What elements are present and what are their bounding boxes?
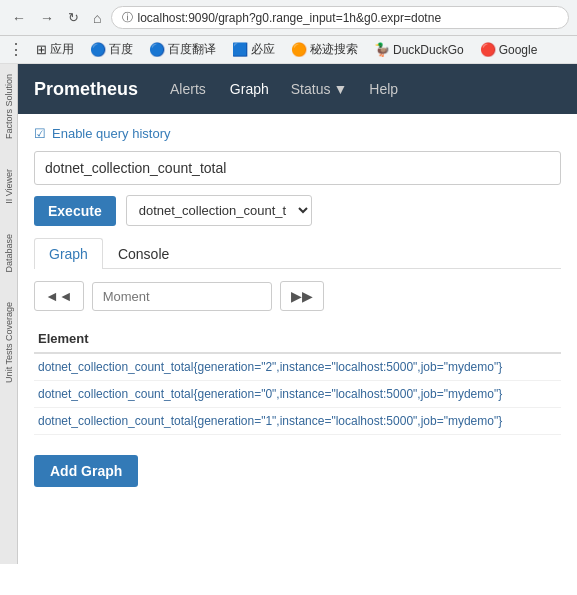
url-text: localhost:9090/graph?g0.range_input=1h&g… xyxy=(137,11,441,25)
left-sidebar: Factors Solution II Viewer Database Unit… xyxy=(0,64,18,564)
metric-select[interactable]: dotnet_collection_count_t xyxy=(126,195,312,226)
result-row-2: dotnet_collection_count_total{generation… xyxy=(34,408,561,435)
bookmark-apps[interactable]: ⊞ 应用 xyxy=(32,39,78,60)
nav-status-dropdown[interactable]: Status ▼ xyxy=(291,81,348,97)
tab-graph[interactable]: Graph xyxy=(34,238,103,269)
bookmark-baidu[interactable]: 🔵 百度 xyxy=(86,39,137,60)
browser-address-bar: ← → ↻ ⌂ ⓘ localhost:9090/graph?g0.range_… xyxy=(0,0,577,36)
bookmark-google[interactable]: 🔴 Google xyxy=(476,40,542,59)
query-history-row: ☑ Enable query history xyxy=(34,126,561,141)
time-back-button[interactable]: ◄◄ xyxy=(34,281,84,311)
time-forward-button[interactable]: ▶▶ xyxy=(280,281,324,311)
dropdown-caret-icon: ▼ xyxy=(333,81,347,97)
bookmark-miji[interactable]: 🟠 秘迹搜索 xyxy=(287,39,362,60)
results-table: Element dotnet_collection_count_total{ge… xyxy=(34,325,561,435)
main-content: Prometheus Alerts Graph Status ▼ Help ☑ … xyxy=(18,64,577,564)
query-input[interactable] xyxy=(34,151,561,185)
time-moment-input[interactable] xyxy=(92,282,272,311)
bookmark-baidu-translate[interactable]: 🔵 百度翻译 xyxy=(145,39,220,60)
execute-row: Execute dotnet_collection_count_t xyxy=(34,195,561,226)
prometheus-brand: Prometheus xyxy=(34,79,138,100)
bookmark-bar: ⋮ ⊞ 应用 🔵 百度 🔵 百度翻译 🟦 必应 🟠 秘迹搜索 🦆 DuckDuc… xyxy=(0,36,577,64)
prometheus-navbar: Prometheus Alerts Graph Status ▼ Help xyxy=(18,64,577,114)
url-address-bar[interactable]: ⓘ localhost:9090/graph?g0.range_input=1h… xyxy=(111,6,569,29)
refresh-button[interactable]: ↻ xyxy=(64,8,83,27)
execute-button[interactable]: Execute xyxy=(34,196,116,226)
query-history-label[interactable]: Enable query history xyxy=(52,126,171,141)
tab-console[interactable]: Console xyxy=(103,238,184,269)
lock-icon: ⓘ xyxy=(122,10,133,25)
tab-bar: Graph Console xyxy=(34,238,561,269)
checkbox-icon[interactable]: ☑ xyxy=(34,126,46,141)
app-body: ☑ Enable query history Execute dotnet_co… xyxy=(18,114,577,499)
sidebar-tab-database[interactable]: Database xyxy=(4,234,14,273)
back-button[interactable]: ← xyxy=(8,8,30,28)
table-row: dotnet_collection_count_total{generation… xyxy=(34,381,561,408)
forward-button[interactable]: → xyxy=(36,8,58,28)
time-nav: ◄◄ ▶▶ xyxy=(34,281,561,311)
page-layout: Factors Solution II Viewer Database Unit… xyxy=(0,64,577,564)
add-graph-button[interactable]: Add Graph xyxy=(34,455,138,487)
nav-alerts[interactable]: Alerts xyxy=(168,77,208,101)
bookmark-bing[interactable]: 🟦 必应 xyxy=(228,39,279,60)
browser-chrome: ← → ↻ ⌂ ⓘ localhost:9090/graph?g0.range_… xyxy=(0,0,577,64)
element-column-header: Element xyxy=(34,325,561,353)
sidebar-tab-unit-tests[interactable]: Unit Tests Coverage xyxy=(4,302,14,383)
result-row-0: dotnet_collection_count_total{generation… xyxy=(34,353,561,381)
apps-icon[interactable]: ⋮ xyxy=(8,40,24,59)
nav-help[interactable]: Help xyxy=(367,77,400,101)
result-row-1: dotnet_collection_count_total{generation… xyxy=(34,381,561,408)
sidebar-tab-viewer[interactable]: II Viewer xyxy=(4,169,14,204)
add-graph-row: Add Graph xyxy=(34,455,561,487)
table-row: dotnet_collection_count_total{generation… xyxy=(34,408,561,435)
sidebar-tab-factors[interactable]: Factors Solution xyxy=(4,74,14,139)
nav-graph[interactable]: Graph xyxy=(228,77,271,101)
table-row: dotnet_collection_count_total{generation… xyxy=(34,353,561,381)
bookmark-duckduckgo[interactable]: 🦆 DuckDuckGo xyxy=(370,40,468,59)
home-button[interactable]: ⌂ xyxy=(89,8,105,28)
